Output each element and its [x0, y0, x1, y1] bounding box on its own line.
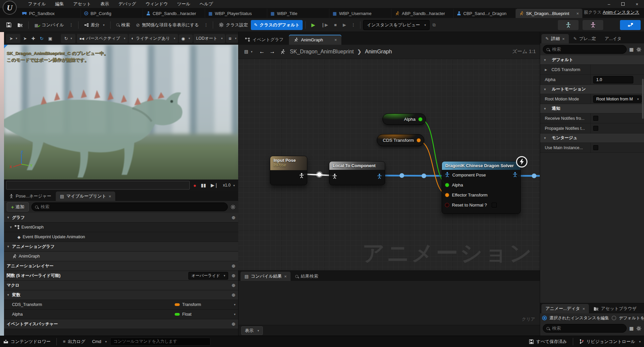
tab-cbp-sandbox-dragon[interactable]: CBP_Sand...r_Dragon	[454, 9, 516, 18]
macros-section-header[interactable]: マクロ ⊕	[4, 281, 238, 290]
variable-row-alpha[interactable]: Alpha Float ▾	[4, 310, 238, 319]
animation-graphs-section-header[interactable]: ▼ アニメーショングラフ	[4, 242, 238, 252]
tab-wbp-playerstatus[interactable]: ▦ WBP_PlayerStatus	[205, 9, 267, 18]
forward-arrow-icon[interactable]: →	[270, 48, 275, 55]
class-defaults-button[interactable]: ✎ クラスのデフォルト	[251, 20, 303, 30]
expander-icon[interactable]: ▼	[7, 293, 10, 297]
my-blueprint-search-input[interactable]: 検索	[31, 203, 228, 211]
rotate-tool-icon[interactable]: ↻	[38, 35, 45, 42]
expander-icon[interactable]: ▼	[7, 216, 10, 219]
tab-pc-sandbox[interactable]: PC_Sandbox	[19, 9, 81, 18]
alpha-input-pin[interactable]	[445, 183, 449, 187]
variables-section-header[interactable]: ▼ 変数 ⊕	[4, 290, 238, 300]
snap-rotate-dropdown[interactable]: ↻▾	[62, 35, 74, 42]
tab-bp-config[interactable]: BP_Config	[81, 9, 143, 18]
skeleton-mode-button[interactable]	[558, 20, 579, 30]
edit-defaults-radio[interactable]	[612, 316, 616, 320]
node-cds-transform-variable[interactable]: CDS Transform	[377, 134, 424, 146]
use-main-instance-checkbox[interactable]	[593, 145, 598, 150]
settings-gear-icon[interactable]	[636, 47, 641, 52]
settings-gear-icon[interactable]	[636, 326, 641, 331]
chevron-down-icon[interactable]: ▾	[234, 303, 235, 306]
expander-icon[interactable]: ▶	[545, 68, 547, 71]
tab-close-icon[interactable]: ×	[576, 11, 579, 16]
pose-output-pin[interactable]	[299, 173, 304, 179]
menu-view[interactable]: 表示	[96, 0, 113, 8]
reset-input-pin[interactable]	[445, 203, 449, 207]
property-matrix-icon[interactable]: ▦	[629, 326, 634, 331]
tab-wbp-title[interactable]: ▦ WBP_Title	[267, 9, 329, 18]
lit-mode-dropdown[interactable]: ◐ ライティングあり ▾	[129, 34, 178, 43]
tab-close-icon[interactable]: ×	[284, 274, 287, 279]
reset-checkbox[interactable]	[492, 203, 497, 208]
stop-button[interactable]: ■	[331, 20, 340, 29]
viewport-3d-canvas[interactable]: SK_Dragon_AnimBlueprint_C のプレビュー中。 このモード…	[4, 45, 238, 180]
browse-preview-icon[interactable]: ⧉	[430, 20, 439, 30]
advance-button[interactable]: ▶	[340, 20, 349, 29]
add-button[interactable]: + 追加	[7, 202, 29, 212]
output-log-button[interactable]: ≡ 出力ログ	[63, 339, 85, 345]
tab-asset-editor[interactable]: ア...イタ	[601, 34, 626, 43]
cmd-dropdown[interactable]: Cmd ▾	[92, 339, 107, 344]
blueprint-mode-button[interactable]	[620, 20, 641, 30]
playback-speed-dropdown[interactable]: x1.0 ▾	[221, 183, 236, 188]
show-filter-dropdown[interactable]: 表示 ▾	[241, 326, 263, 335]
details-search-input[interactable]: 検索	[543, 45, 627, 54]
move-tool-icon[interactable]: ✚	[29, 35, 37, 42]
perspective-dropdown[interactable]: ■◀ パースペクティブ ▾	[77, 34, 128, 43]
section-default[interactable]: ▼ デフォルト	[540, 55, 644, 65]
back-arrow-icon[interactable]: ←	[259, 48, 265, 55]
add-layer-icon[interactable]: ⊕	[231, 263, 235, 269]
functions-section-header[interactable]: 関数 (5 オーバーライド可能) オーバーライド ▾ ⊕	[4, 271, 238, 281]
tab-preview-settings[interactable]: ✎ プレ...定	[570, 34, 600, 43]
expander-icon[interactable]: ▼	[543, 58, 546, 62]
add-macro-icon[interactable]: ⊕	[231, 283, 235, 288]
transform-mode-dropdown[interactable]: ➤▾	[7, 35, 19, 42]
property-matrix-icon[interactable]: ▦	[629, 47, 634, 52]
tab-asset-browser[interactable]: アセットブラウザ	[590, 304, 640, 313]
eventgraph-item[interactable]: ▼ EventGraph	[4, 223, 238, 232]
tab-find-results[interactable]: 結果検索	[291, 272, 322, 281]
variable-row-cds-transform[interactable]: CDS_Transform Transform ▾	[4, 300, 238, 310]
section-notifications[interactable]: ▼ 通知	[540, 104, 644, 113]
node-local-to-component[interactable]: Local To Component	[329, 161, 385, 185]
chevron-down-icon[interactable]: ▾	[234, 313, 235, 316]
tab-close-icon[interactable]: ×	[334, 37, 337, 42]
tab-compile-results[interactable]: ▤ コンパイル結果 ×	[240, 272, 291, 281]
hide-unrelated-options-icon[interactable]: ⋮	[202, 22, 210, 27]
menu-debug[interactable]: デバッグ	[114, 0, 140, 8]
screenshot-dropdown[interactable]: ⧈ ▾	[226, 34, 239, 43]
effector-transform-input-pin[interactable]	[445, 193, 449, 197]
menu-help[interactable]: ヘルプ	[196, 0, 217, 8]
tab-cbp-sandbox-character[interactable]: CBP_Sandb...haracter	[143, 9, 205, 18]
pose-input-pin[interactable]	[332, 174, 337, 180]
compile-options-icon[interactable]: ⋮	[67, 22, 75, 27]
alpha-value-input[interactable]: 1.0	[593, 76, 633, 83]
parent-class-link[interactable]: Animインスタンス	[603, 10, 639, 15]
tab-details[interactable]: ✎ 詳細 ×	[541, 34, 569, 43]
tab-anim-preview-editor[interactable]: アニメー...ディタ ×	[541, 304, 589, 313]
expander-icon[interactable]: ▼	[543, 88, 546, 91]
edit-selected-instance-radio[interactable]	[542, 316, 547, 320]
breadcrumb-current[interactable]: AnimGraph	[365, 49, 392, 55]
play-button[interactable]: ▶	[308, 20, 318, 30]
compile-results-log[interactable]: クリア	[238, 281, 540, 325]
clear-button[interactable]: クリア	[522, 316, 535, 322]
anim-preview-search-input[interactable]: 検索	[543, 324, 627, 333]
add-variable-icon[interactable]: ⊕	[231, 292, 235, 298]
menu-file[interactable]: ファイル	[24, 0, 50, 8]
console-command-input[interactable]: コンソールコマンドを入力します	[110, 338, 210, 346]
pause-icon[interactable]: ▮▮	[200, 183, 207, 188]
menu-edit[interactable]: 編集	[51, 0, 68, 8]
animgraph-item[interactable]: AnimGraph	[4, 252, 238, 261]
section-root-motion[interactable]: ▼ ルートモーション	[540, 85, 644, 94]
node-dragonik-solver[interactable]: DragonIK Chinese Dragon Solver Component…	[442, 161, 521, 214]
animgraph-canvas[interactable]: アニメーション Alpha CDS Transform Input P	[238, 59, 540, 270]
tab-abp-sandbox-character[interactable]: ABP_Sandb...haracter	[391, 9, 454, 18]
select-tool-icon[interactable]: ➤	[21, 35, 29, 42]
filter-gear-icon[interactable]	[230, 205, 235, 210]
step-forward-icon[interactable]: ▶❘	[209, 183, 220, 188]
show-flags-dropdown[interactable]: ◉ ▾	[179, 34, 193, 43]
node-alpha-variable[interactable]: Alpha	[382, 113, 426, 125]
lod-dropdown[interactable]: LODオート ▾	[193, 34, 225, 43]
